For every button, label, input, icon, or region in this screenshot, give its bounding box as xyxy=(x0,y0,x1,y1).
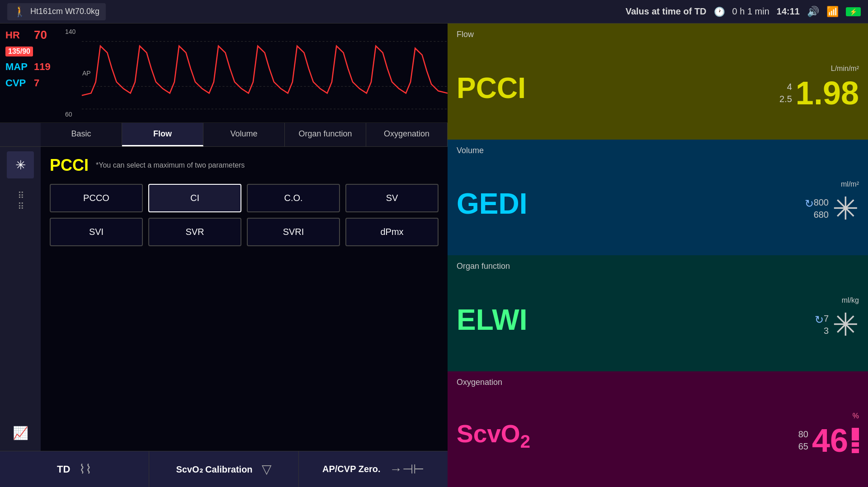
organ-ranges: 7 3 xyxy=(824,314,829,336)
scvo2-label: ScvO₂ Calibration xyxy=(176,464,252,475)
volume-panel-label: Volume xyxy=(457,146,859,155)
flow-panel-label: Flow xyxy=(457,30,859,39)
tab-volume[interactable]: Volume xyxy=(203,123,285,146)
param-btn-svr[interactable]: SVR xyxy=(148,218,241,246)
clock-icon: 🕐 xyxy=(714,6,725,17)
hr-row: HR 70 xyxy=(5,28,58,42)
organ-panel-label: Organ function xyxy=(457,262,859,271)
sidebar-dots-icon[interactable]: ⠿⠿ xyxy=(7,187,34,215)
apcvp-button[interactable]: AP/CVP Zero. →⊣⊢ xyxy=(299,451,448,487)
volume-param-name: GEDI xyxy=(457,187,800,220)
flow-range-low: 2.5 xyxy=(779,94,792,104)
tabs-container: Basic Flow Volume Organ function Oxygena… xyxy=(0,123,448,147)
oxy-panel-body: ScvO2 % 80 65 46 xyxy=(457,391,859,481)
vitals-panel: HR 70 135/90 MAP 119 CVP 7 xyxy=(0,23,63,122)
tab-sidebar-spacer xyxy=(0,123,41,146)
cvp-value: 7 xyxy=(34,77,39,89)
ap-row: 135/90 xyxy=(5,47,58,56)
flow-value: 1.98 xyxy=(796,75,859,112)
sidebar-star-icon[interactable]: ✳ xyxy=(7,151,34,178)
volume-range-high: 800 xyxy=(814,197,829,208)
content-main: PCCI *You can select a maximum of two pa… xyxy=(41,147,448,451)
panel-flow: Flow PCCI L/min/m² 4 2.5 1.98 xyxy=(448,23,868,140)
volume-refresh-icon[interactable]: ↻ xyxy=(805,197,814,210)
organ-param-name: ELWI xyxy=(457,303,810,337)
map-value: 119 xyxy=(34,61,51,73)
hr-value: 70 xyxy=(34,28,47,42)
organ-asterisk: ✳ xyxy=(832,306,859,343)
sidebar-chart-icon[interactable]: 📈 xyxy=(7,419,34,446)
apcvp-label: AP/CVP Zero. xyxy=(322,464,381,474)
volume-asterisk: ✳ xyxy=(832,190,859,227)
panel-volume: Volume GEDI ↻ ml/m² 800 680 ✳ xyxy=(448,140,868,256)
param-btn-co[interactable]: C.O. xyxy=(247,184,340,212)
apcvp-icon: →⊣⊢ xyxy=(390,462,424,477)
flow-panel-right: L/min/m² 4 2.5 1.98 xyxy=(779,65,859,112)
top-bar: 🚶 Ht161cm Wt70.0kg Valus at time of TD 🕐… xyxy=(0,0,868,23)
param-btn-svri[interactable]: SVRI xyxy=(247,218,340,246)
param-btn-svi[interactable]: SVI xyxy=(50,218,143,246)
tab-flow[interactable]: Flow xyxy=(122,123,203,146)
volume-panel-right: ml/m² 800 680 ✳ xyxy=(814,180,859,227)
param-btn-sv[interactable]: SV xyxy=(345,184,439,212)
selected-param-title: PCCI xyxy=(50,156,89,175)
time-current: 14:11 xyxy=(777,6,800,17)
oxy-ranges: 80 65 xyxy=(798,429,808,452)
organ-range-high: 7 xyxy=(824,314,829,324)
volume-range-low: 680 xyxy=(814,210,829,220)
oxy-panel-right: % 80 65 46 xyxy=(798,412,859,459)
tab-basic[interactable]: Basic xyxy=(41,123,122,146)
param-btn-ci[interactable]: CI xyxy=(148,184,241,212)
scvo2-icon: ▽ xyxy=(262,462,272,477)
waveform-chart: 140 60 AP xyxy=(63,23,448,122)
tabs-row: Basic Flow Volume Organ function Oxygena… xyxy=(41,123,448,146)
sound-icon[interactable]: 🔊 xyxy=(807,6,819,18)
param-grid-row1: PCCO CI C.O. SV xyxy=(50,184,439,212)
organ-panel-body: ELWI ↻ ml/kg 7 3 ✳ xyxy=(457,275,859,365)
td-label: TD xyxy=(57,464,70,475)
hr-label: HR xyxy=(5,29,30,41)
waveform-area: HR 70 135/90 MAP 119 CVP 7 140 60 xyxy=(0,23,448,123)
volume-ranges: 800 680 xyxy=(814,197,829,220)
oxy-value: 46 xyxy=(812,422,848,459)
td-button[interactable]: TD ⌇⌇ xyxy=(0,451,149,487)
right-panel: Flow PCCI L/min/m² 4 2.5 1.98 xyxy=(448,23,868,487)
tab-organ-function[interactable]: Organ function xyxy=(285,123,366,146)
flow-ranges: 4 2.5 xyxy=(779,82,792,104)
map-row: MAP 119 xyxy=(5,61,58,73)
param-grid-row2: SVI SVR SVRI dPmx xyxy=(50,218,439,246)
patient-info-box: 🚶 Ht161cm Wt70.0kg xyxy=(7,3,106,20)
pcci-header: PCCI *You can select a maximum of two pa… xyxy=(50,156,439,175)
bottom-buttons: TD ⌇⌇ ScvO₂ Calibration ▽ AP/CVP Zero. →… xyxy=(0,451,448,487)
organ-unit: ml/kg xyxy=(842,296,859,304)
flow-panel-body: PCCI L/min/m² 4 2.5 1.98 xyxy=(457,43,859,133)
param-btn-dpmx[interactable]: dPmx xyxy=(345,218,439,246)
content-area: ✳ ⠿⠿ 📈 PCCI *You can select a maximum of… xyxy=(0,147,448,451)
flow-range-high: 4 xyxy=(787,82,792,92)
scvo2-button[interactable]: ScvO₂ Calibration ▽ xyxy=(149,451,298,487)
patient-info-text: Ht161cm Wt70.0kg xyxy=(30,7,99,16)
oxy-param-name: ScvO2 xyxy=(457,419,798,452)
oxy-range-high: 80 xyxy=(798,429,808,440)
ap-box[interactable]: 135/90 xyxy=(5,47,33,56)
flow-unit: L/min/m² xyxy=(831,65,859,73)
organ-refresh-icon[interactable]: ↻ xyxy=(815,314,824,326)
organ-range-low: 3 xyxy=(824,326,829,336)
param-btn-pcco[interactable]: PCCO xyxy=(50,184,143,212)
param-subtitle: *You can select a maximum of two paramet… xyxy=(96,161,245,169)
oxy-panel-label: Oxygenation xyxy=(457,378,859,387)
panel-organ-function: Organ function ELWI ↻ ml/kg 7 3 ✳ xyxy=(448,255,868,371)
oxy-bars-icon xyxy=(852,428,859,453)
patient-icon: 🚶 xyxy=(14,6,26,18)
signal-icon: 📶 xyxy=(826,6,839,18)
panel-oxygenation: Oxygenation ScvO2 % 80 65 46 xyxy=(448,371,868,487)
time-elapsed: 0 h 1 min xyxy=(732,6,769,17)
cvp-row: CVP 7 xyxy=(5,77,58,89)
tab-oxygenation[interactable]: Oxygenation xyxy=(366,123,448,146)
organ-panel-right: ml/kg 7 3 ✳ xyxy=(824,296,859,343)
left-panel: HR 70 135/90 MAP 119 CVP 7 140 60 xyxy=(0,23,448,487)
volume-unit: ml/m² xyxy=(841,180,859,188)
td-icon: ⌇⌇ xyxy=(79,462,92,477)
top-bar-right: Valus at time of TD 🕐 0 h 1 min 14:11 🔊 … xyxy=(626,6,861,18)
cvp-label: CVP xyxy=(5,77,30,89)
